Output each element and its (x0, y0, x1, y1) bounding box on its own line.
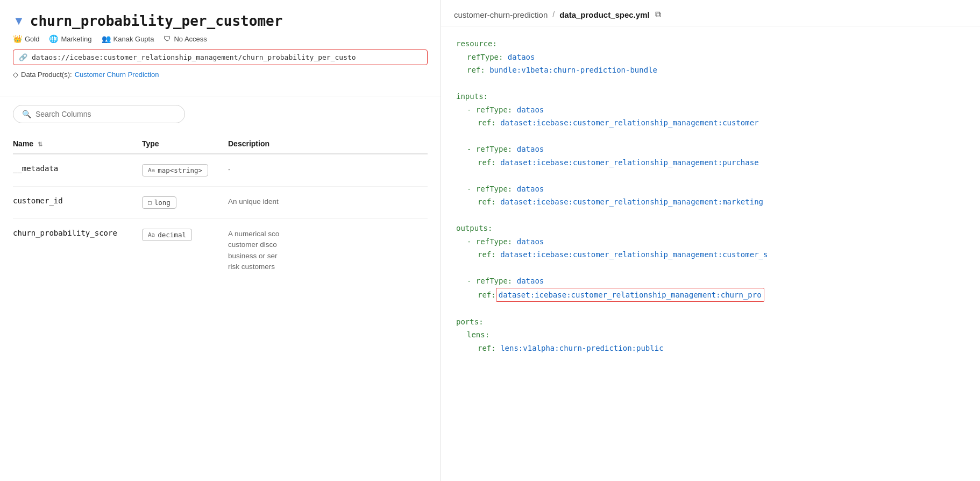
right-header: customer-churn-prediction / data_product… (441, 0, 980, 26)
meta-access: 🛡 No Access (164, 34, 207, 43)
meta-row: 👑 Gold 🌐 Marketing 👥 Kanak Gupta 🛡 No Ac… (13, 34, 428, 43)
meta-marketing-label: Marketing (61, 35, 91, 43)
table-row: churn_probability_score Aa decimal A num… (13, 219, 428, 282)
meta-marketing: 🌐 Marketing (49, 34, 91, 43)
table-header-row: Name ⇅ Type Description (13, 134, 428, 154)
shield-icon: 🛡 (164, 34, 171, 43)
code-section: resource: refType: dataos ref: bundle:v1… (441, 26, 980, 481)
code-line: ref: bundle:v1beta:churn-prediction-bund… (456, 63, 965, 77)
row-desc-1: An unique ident (228, 187, 428, 219)
data-product-link[interactable]: Customer Churn Prediction (75, 70, 159, 79)
row-name-1: customer_id (13, 187, 142, 219)
meta-gold-label: Gold (25, 35, 39, 43)
row-desc-0: - (228, 154, 428, 187)
crown-icon: 👑 (13, 34, 22, 43)
code-spacer (456, 130, 965, 143)
code-line: ref: lens:v1alpha:churn-prediction:publi… (456, 342, 965, 355)
col-header-type: Type (142, 134, 228, 154)
type-badge-0: Aa map<string> (142, 164, 208, 176)
code-line: - refType: dataos (456, 103, 965, 117)
table-container: Name ⇅ Type Description __metadata Aa ma… (0, 134, 441, 481)
search-box[interactable]: 🔍 (13, 105, 185, 123)
code-line: outputs: (456, 222, 965, 235)
code-line: ref: dataset:icebase:customer_relationsh… (456, 248, 965, 261)
data-product-prefix: Data Product(s): (21, 70, 72, 79)
search-icon: 🔍 (22, 110, 31, 118)
sort-icon[interactable]: ⇅ (38, 141, 42, 148)
filter-icon: ▼ (13, 14, 25, 28)
meta-gold: 👑 Gold (13, 34, 39, 43)
title-row: ▼ churn_probability_per_customer (13, 13, 428, 29)
code-spacer (456, 209, 965, 222)
url-row: 🔗 dataos://icebase:customer_relationship… (13, 49, 428, 65)
link-icon: 🔗 (19, 53, 27, 61)
globe-icon: 🌐 (49, 34, 58, 43)
code-line: ref: dataset:icebase:customer_relationsh… (456, 156, 965, 169)
search-input[interactable] (35, 110, 176, 118)
highlighted-code-line: ref: dataset:icebase:customer_relationsh… (456, 288, 965, 302)
highlight-box: dataset:icebase:customer_relationship_ma… (496, 288, 764, 302)
code-spacer (456, 169, 965, 182)
row-type-0: Aa map<string> (142, 154, 228, 187)
table-row: customer_id □ long An unique ident (13, 187, 428, 219)
users-icon: 👥 (102, 34, 111, 43)
row-name-2: churn_probability_score (13, 219, 142, 282)
meta-user: 👥 Kanak Gupta (102, 34, 154, 43)
data-product-row: ◇ Data Product(s): Customer Churn Predic… (13, 70, 428, 79)
row-type-2: Aa decimal (142, 219, 228, 282)
code-line: - refType: dataos (456, 143, 965, 156)
copy-icon[interactable]: ⧉ (655, 10, 661, 19)
code-line: ref: dataset:icebase:customer_relationsh… (456, 116, 965, 130)
diamond-icon: ◇ (13, 70, 18, 79)
right-panel: customer-churn-prediction / data_product… (441, 0, 980, 481)
code-line: refType: dataos (456, 51, 965, 64)
meta-access-label: No Access (174, 35, 207, 43)
code-line: lens: (456, 328, 965, 342)
code-line: ports: (456, 315, 965, 329)
left-panel: ▼ churn_probability_per_customer 👑 Gold … (0, 0, 441, 481)
code-line: resource: (456, 37, 965, 51)
code-spacer (456, 302, 965, 315)
type-icon-0: Aa (148, 167, 155, 174)
breadcrumb-file: data_product_spec.yml (559, 10, 650, 19)
code-spacer (456, 77, 965, 90)
row-name-0: __metadata (13, 154, 142, 187)
columns-table: Name ⇅ Type Description __metadata Aa ma… (13, 134, 428, 282)
type-icon-2: Aa (148, 231, 155, 238)
type-badge-1: □ long (142, 196, 176, 209)
breadcrumb-separator: / (552, 10, 555, 19)
row-type-1: □ long (142, 187, 228, 219)
url-text: dataos://icebase:customer_relationship_m… (32, 53, 422, 61)
table-row: __metadata Aa map<string> - (13, 154, 428, 187)
code-line: - refType: dataos (456, 274, 965, 288)
search-section: 🔍 (0, 105, 441, 123)
code-line: inputs: (456, 90, 965, 103)
page-title: churn_probability_per_customer (30, 13, 283, 29)
code-line: ref: dataset:icebase:customer_relationsh… (456, 195, 965, 209)
header-section: ▼ churn_probability_per_customer 👑 Gold … (0, 13, 441, 87)
code-line: - refType: dataos (456, 182, 965, 196)
col-header-name: Name ⇅ (13, 134, 142, 154)
breadcrumb: customer-churn-prediction (454, 10, 548, 19)
type-icon-1: □ (148, 199, 152, 206)
header-divider (0, 96, 441, 96)
type-badge-2: Aa decimal (142, 229, 192, 241)
meta-user-label: Kanak Gupta (113, 35, 154, 43)
code-spacer (456, 261, 965, 275)
row-desc-2: A numerical scocustomer discobusiness or… (228, 219, 428, 282)
col-header-description: Description (228, 134, 428, 154)
code-line: - refType: dataos (456, 235, 965, 249)
